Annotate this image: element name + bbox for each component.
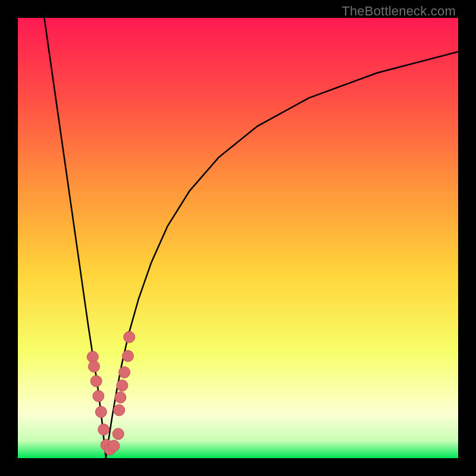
plot-area	[18, 18, 458, 458]
marker-dot	[112, 428, 124, 440]
chart-frame: TheBottleneck.com	[0, 0, 476, 476]
marker-dot	[119, 367, 130, 378]
marker-dot	[115, 392, 126, 403]
marker-dot	[124, 331, 135, 343]
marker-dot	[93, 390, 104, 402]
curve-layer	[18, 18, 458, 458]
marker-dot	[114, 405, 125, 416]
marker-dot	[123, 350, 134, 362]
watermark-text: TheBottleneck.com	[342, 4, 456, 19]
highlight-markers	[87, 331, 134, 455]
marker-dot	[117, 380, 128, 391]
marker-dot	[90, 375, 102, 387]
marker-dot	[95, 406, 107, 418]
marker-dot	[108, 440, 120, 452]
right-branch-curve	[106, 52, 458, 458]
marker-dot	[89, 361, 100, 372]
marker-dot	[98, 424, 109, 435]
